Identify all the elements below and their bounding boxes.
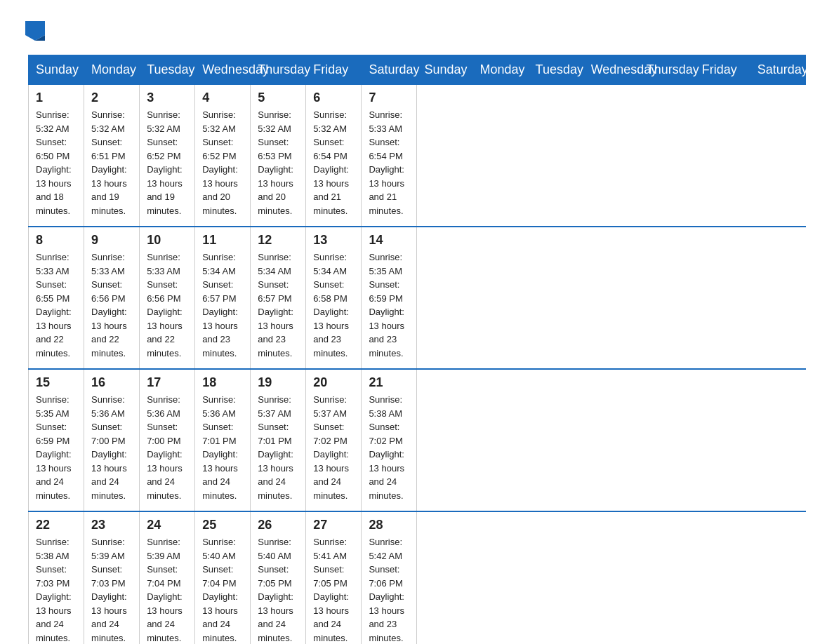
day-number: 14 [369, 233, 409, 248]
day-info: Sunrise: 5:37 AMSunset: 7:02 PMDaylight:… [313, 393, 354, 502]
calendar-week-row: 8Sunrise: 5:33 AMSunset: 6:55 PMDaylight… [29, 227, 806, 369]
calendar-cell: 13Sunrise: 5:34 AMSunset: 6:58 PMDayligh… [306, 227, 362, 369]
day-number: 20 [313, 375, 354, 390]
day-number: 12 [258, 233, 298, 248]
calendar-cell: 9Sunrise: 5:33 AMSunset: 6:56 PMDaylight… [84, 227, 140, 369]
day-number: 8 [36, 233, 77, 248]
day-number: 16 [91, 375, 132, 390]
day-info: Sunrise: 5:32 AMSunset: 6:50 PMDaylight:… [36, 108, 77, 217]
day-number: 5 [258, 90, 298, 105]
day-info: Sunrise: 5:36 AMSunset: 7:00 PMDaylight:… [147, 393, 187, 502]
calendar-cell: 21Sunrise: 5:38 AMSunset: 7:02 PMDayligh… [362, 369, 417, 511]
header-tuesday: Tuesday [140, 55, 195, 85]
day-info: Sunrise: 5:34 AMSunset: 6:58 PMDaylight:… [313, 250, 354, 360]
header-tuesday: Tuesday [528, 55, 583, 85]
day-info: Sunrise: 5:39 AMSunset: 7:03 PMDaylight:… [91, 535, 132, 644]
calendar-cell: 17Sunrise: 5:36 AMSunset: 7:00 PMDayligh… [140, 369, 195, 511]
header-sunday: Sunday [417, 55, 472, 85]
day-number: 25 [202, 518, 243, 532]
calendar-cell: 16Sunrise: 5:36 AMSunset: 7:00 PMDayligh… [84, 369, 140, 511]
day-info: Sunrise: 5:40 AMSunset: 7:04 PMDaylight:… [202, 535, 243, 644]
day-info: Sunrise: 5:38 AMSunset: 7:02 PMDaylight:… [369, 393, 409, 502]
day-info: Sunrise: 5:36 AMSunset: 7:01 PMDaylight:… [202, 393, 243, 502]
calendar-cell: 27Sunrise: 5:41 AMSunset: 7:05 PMDayligh… [306, 511, 362, 644]
day-number: 23 [91, 518, 132, 532]
day-info: Sunrise: 5:32 AMSunset: 6:52 PMDaylight:… [202, 108, 243, 217]
logo-icon [25, 21, 45, 41]
day-info: Sunrise: 5:32 AMSunset: 6:52 PMDaylight:… [147, 108, 187, 217]
page-header [28, 21, 806, 41]
header-thursday: Thursday [639, 55, 694, 85]
day-info: Sunrise: 5:35 AMSunset: 6:59 PMDaylight:… [369, 250, 409, 360]
calendar-cell: 6Sunrise: 5:32 AMSunset: 6:54 PMDaylight… [306, 85, 362, 227]
calendar-cell: 10Sunrise: 5:33 AMSunset: 6:56 PMDayligh… [140, 227, 195, 369]
day-number: 15 [36, 375, 77, 390]
calendar-table: SundayMondayTuesdayWednesdayThursdayFrid… [28, 55, 806, 644]
calendar-cell: 12Sunrise: 5:34 AMSunset: 6:57 PMDayligh… [251, 227, 306, 369]
calendar-header-row: SundayMondayTuesdayWednesdayThursdayFrid… [29, 55, 806, 85]
day-info: Sunrise: 5:39 AMSunset: 7:04 PMDaylight:… [147, 535, 187, 644]
day-number: 22 [36, 518, 77, 532]
header-monday: Monday [472, 55, 528, 85]
day-number: 4 [202, 90, 243, 105]
calendar-cell: 7Sunrise: 5:33 AMSunset: 6:54 PMDaylight… [362, 85, 417, 227]
calendar-cell: 15Sunrise: 5:35 AMSunset: 6:59 PMDayligh… [29, 369, 84, 511]
calendar-cell: 20Sunrise: 5:37 AMSunset: 7:02 PMDayligh… [306, 369, 362, 511]
day-number: 19 [258, 375, 298, 390]
day-number: 28 [369, 518, 409, 532]
header-saturday: Saturday [750, 55, 805, 85]
day-number: 1 [36, 90, 77, 105]
day-number: 13 [313, 233, 354, 248]
day-info: Sunrise: 5:35 AMSunset: 6:59 PMDaylight:… [36, 393, 77, 502]
calendar-cell: 19Sunrise: 5:37 AMSunset: 7:01 PMDayligh… [251, 369, 306, 511]
day-info: Sunrise: 5:32 AMSunset: 6:54 PMDaylight:… [313, 108, 354, 217]
day-number: 27 [313, 518, 354, 532]
logo [28, 21, 55, 41]
day-number: 2 [91, 90, 132, 105]
calendar-cell: 24Sunrise: 5:39 AMSunset: 7:04 PMDayligh… [140, 511, 195, 644]
day-info: Sunrise: 5:33 AMSunset: 6:56 PMDaylight:… [147, 250, 187, 360]
header-friday: Friday [306, 55, 362, 85]
day-info: Sunrise: 5:40 AMSunset: 7:05 PMDaylight:… [258, 535, 298, 644]
day-info: Sunrise: 5:36 AMSunset: 7:00 PMDaylight:… [91, 393, 132, 502]
calendar-cell: 2Sunrise: 5:32 AMSunset: 6:51 PMDaylight… [84, 85, 140, 227]
header-wednesday: Wednesday [195, 55, 251, 85]
day-info: Sunrise: 5:34 AMSunset: 6:57 PMDaylight:… [202, 250, 243, 360]
calendar-cell: 11Sunrise: 5:34 AMSunset: 6:57 PMDayligh… [195, 227, 251, 369]
day-info: Sunrise: 5:33 AMSunset: 6:55 PMDaylight:… [36, 250, 77, 360]
day-number: 18 [202, 375, 243, 390]
day-info: Sunrise: 5:32 AMSunset: 6:53 PMDaylight:… [258, 108, 298, 217]
day-info: Sunrise: 5:32 AMSunset: 6:51 PMDaylight:… [91, 108, 132, 217]
calendar-week-row: 22Sunrise: 5:38 AMSunset: 7:03 PMDayligh… [29, 511, 806, 644]
day-info: Sunrise: 5:37 AMSunset: 7:01 PMDaylight:… [258, 393, 298, 502]
day-info: Sunrise: 5:34 AMSunset: 6:57 PMDaylight:… [258, 250, 298, 360]
calendar-cell: 26Sunrise: 5:40 AMSunset: 7:05 PMDayligh… [251, 511, 306, 644]
day-number: 7 [369, 90, 409, 105]
calendar-cell: 23Sunrise: 5:39 AMSunset: 7:03 PMDayligh… [84, 511, 140, 644]
day-number: 10 [147, 233, 187, 248]
day-info: Sunrise: 5:33 AMSunset: 6:56 PMDaylight:… [91, 250, 132, 360]
calendar-cell: 3Sunrise: 5:32 AMSunset: 6:52 PMDaylight… [140, 85, 195, 227]
calendar-cell: 1Sunrise: 5:32 AMSunset: 6:50 PMDaylight… [29, 85, 84, 227]
calendar-cell: 22Sunrise: 5:38 AMSunset: 7:03 PMDayligh… [29, 511, 84, 644]
day-number: 9 [91, 233, 132, 248]
calendar-cell: 8Sunrise: 5:33 AMSunset: 6:55 PMDaylight… [29, 227, 84, 369]
calendar-week-row: 15Sunrise: 5:35 AMSunset: 6:59 PMDayligh… [29, 369, 806, 511]
calendar-cell: 14Sunrise: 5:35 AMSunset: 6:59 PMDayligh… [362, 227, 417, 369]
day-number: 17 [147, 375, 187, 390]
day-info: Sunrise: 5:33 AMSunset: 6:54 PMDaylight:… [369, 108, 409, 217]
header-sunday: Sunday [29, 55, 84, 85]
calendar-cell: 25Sunrise: 5:40 AMSunset: 7:04 PMDayligh… [195, 511, 251, 644]
calendar-cell: 5Sunrise: 5:32 AMSunset: 6:53 PMDaylight… [251, 85, 306, 227]
day-number: 21 [369, 375, 409, 390]
calendar-cell: 4Sunrise: 5:32 AMSunset: 6:52 PMDaylight… [195, 85, 251, 227]
day-number: 11 [202, 233, 243, 248]
day-info: Sunrise: 5:38 AMSunset: 7:03 PMDaylight:… [36, 535, 77, 644]
calendar-week-row: 1Sunrise: 5:32 AMSunset: 6:50 PMDaylight… [29, 85, 806, 227]
day-info: Sunrise: 5:41 AMSunset: 7:05 PMDaylight:… [313, 535, 354, 644]
header-friday: Friday [694, 55, 750, 85]
calendar-cell: 18Sunrise: 5:36 AMSunset: 7:01 PMDayligh… [195, 369, 251, 511]
day-info: Sunrise: 5:42 AMSunset: 7:06 PMDaylight:… [369, 535, 409, 644]
day-number: 24 [147, 518, 187, 532]
header-saturday: Saturday [362, 55, 417, 85]
